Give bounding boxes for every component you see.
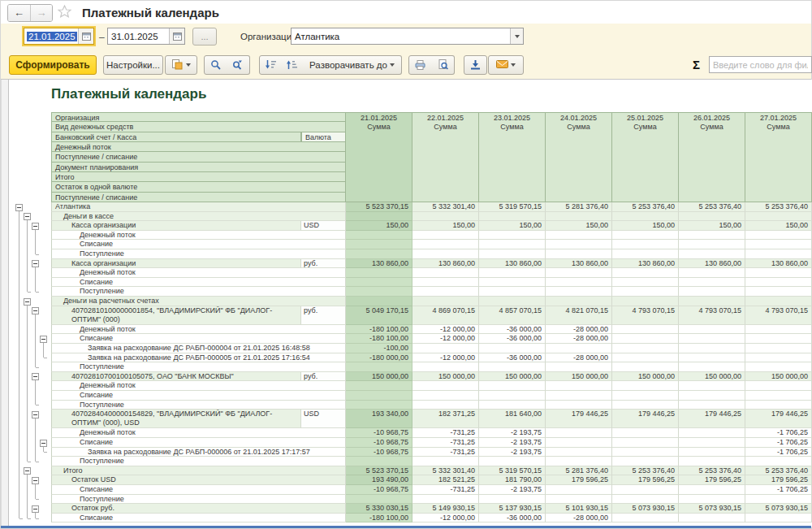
value-cell[interactable] (412, 287, 479, 297)
value-cell[interactable]: -10 968,75 (346, 485, 412, 495)
value-cell[interactable] (745, 287, 812, 297)
row-label[interactable]: Денежный поток (51, 325, 346, 335)
value-cell[interactable]: -1 706,25 (745, 428, 812, 438)
value-cell[interactable] (546, 249, 612, 259)
value-cell[interactable]: 5 253 376,40 (745, 202, 812, 212)
value-cell[interactable] (612, 278, 679, 288)
search-button[interactable] (204, 55, 227, 75)
value-cell[interactable] (479, 278, 546, 288)
value-cell[interactable]: 179 446,25 (546, 410, 612, 428)
value-cell[interactable] (679, 297, 745, 306)
value-cell[interactable]: -12 000,00 (412, 514, 479, 523)
value-cell[interactable]: -731,25 (412, 428, 479, 438)
value-cell[interactable]: 150,00 (546, 221, 612, 231)
value-cell[interactable]: 179 596,25 (546, 475, 612, 485)
value-cell[interactable] (745, 212, 812, 222)
value-cell[interactable]: -28 000,00 (546, 325, 612, 335)
value-cell[interactable]: 130 860,00 (679, 259, 745, 269)
value-cell[interactable] (346, 268, 412, 278)
row-label[interactable]: Списание (51, 514, 346, 523)
value-cell[interactable]: 181 790,00 (479, 475, 546, 485)
row-label[interactable]: Денежный поток (51, 268, 346, 278)
value-cell[interactable]: 130 860,00 (546, 259, 612, 269)
value-cell[interactable] (612, 438, 679, 448)
value-cell[interactable]: -2 193,75 (479, 438, 546, 448)
value-cell[interactable]: 5 281 376,40 (546, 466, 612, 476)
favorite-star-icon[interactable] (58, 5, 71, 18)
value-cell[interactable] (346, 381, 412, 391)
value-cell[interactable] (679, 438, 745, 448)
value-cell[interactable] (546, 212, 612, 222)
tree-expander-minus[interactable] (32, 373, 39, 380)
value-cell[interactable] (479, 457, 546, 466)
value-cell[interactable]: 5 281 376,40 (546, 202, 612, 212)
value-cell[interactable]: 5 253 376,40 (679, 466, 745, 476)
value-cell[interactable]: 4 869 070,15 (412, 306, 479, 325)
value-cell[interactable] (679, 353, 745, 363)
value-cell[interactable]: 181 640,00 (479, 410, 546, 428)
search-next-button[interactable] (227, 55, 250, 75)
print-preview-button[interactable] (431, 55, 455, 75)
row-label[interactable]: Заявка на расходование ДС РАБП-000004 от… (51, 344, 346, 353)
value-cell[interactable]: -12 000,00 (412, 325, 479, 335)
value-cell[interactable]: -180 100,00 (346, 334, 412, 344)
value-cell[interactable] (546, 268, 612, 278)
value-cell[interactable] (546, 278, 612, 288)
sum-sigma-icon[interactable]: Σ (693, 58, 700, 72)
value-cell[interactable] (546, 362, 612, 372)
tree-expander-minus[interactable] (24, 298, 31, 306)
value-cell[interactable]: 4 857 070,15 (479, 306, 546, 325)
value-cell[interactable] (612, 325, 679, 335)
value-cell[interactable] (479, 231, 546, 241)
value-cell[interactable]: 5 253 376,40 (612, 466, 679, 476)
value-cell[interactable]: -36 000,00 (479, 325, 546, 335)
value-cell[interactable] (346, 401, 412, 410)
value-cell[interactable]: -1 706,25 (745, 485, 812, 495)
value-cell[interactable] (679, 381, 745, 391)
value-cell[interactable]: 5 332 301,40 (412, 202, 479, 212)
value-cell[interactable]: 5 149 930,15 (412, 504, 479, 514)
row-label[interactable]: Деньги на расчетных счетах (51, 297, 346, 306)
row-label[interactable]: Поступление (51, 362, 346, 372)
value-cell[interactable]: 150 000,00 (412, 372, 479, 382)
value-cell[interactable] (412, 212, 479, 222)
value-cell[interactable] (346, 391, 412, 401)
value-cell[interactable]: 182 371,25 (412, 410, 479, 428)
row-label[interactable]: Атлантика (51, 202, 346, 212)
value-cell[interactable]: -36 000,00 (479, 334, 546, 344)
value-cell[interactable]: -731,25 (412, 438, 479, 448)
value-cell[interactable]: 150 000,00 (479, 372, 546, 382)
value-cell[interactable]: 150 000,00 (346, 372, 412, 382)
value-cell[interactable]: 5 319 570,15 (479, 466, 546, 476)
value-cell[interactable] (412, 381, 479, 391)
value-cell[interactable]: 150,00 (412, 221, 479, 231)
value-cell[interactable]: -10 968,75 (346, 428, 412, 438)
date-to-input[interactable]: 31.01.2025 (107, 28, 185, 45)
value-cell[interactable] (346, 362, 412, 372)
value-cell[interactable] (745, 231, 812, 241)
row-label[interactable]: Списание (51, 391, 346, 401)
value-cell[interactable] (479, 344, 546, 353)
value-cell[interactable]: 5 253 376,40 (679, 202, 745, 212)
value-cell[interactable]: 4 793 070,15 (745, 306, 812, 325)
value-cell[interactable] (679, 428, 745, 438)
value-cell[interactable]: -12 000,00 (412, 353, 479, 363)
value-cell[interactable] (546, 457, 612, 466)
value-cell[interactable] (546, 391, 612, 401)
row-label[interactable]: 40702840400000154829, "ВЛАДИМИРСКИЙ" ФБ … (51, 410, 301, 428)
value-cell[interactable]: 130 860,00 (346, 259, 412, 269)
value-cell[interactable]: 150 000,00 (679, 372, 745, 382)
value-cell[interactable]: 179 596,25 (612, 475, 679, 485)
chevron-down-icon[interactable] (510, 28, 523, 44)
value-cell[interactable]: -12 000,00 (412, 334, 479, 344)
value-cell[interactable] (546, 495, 612, 505)
value-cell[interactable] (412, 457, 479, 466)
value-cell[interactable] (612, 231, 679, 241)
collapse-groups-button[interactable] (259, 55, 282, 75)
row-label[interactable]: Заявка на расходование ДС РАБП-000006 от… (51, 448, 346, 457)
row-label[interactable]: Списание (51, 240, 346, 249)
row-label[interactable]: Списание (51, 438, 346, 448)
filter-input[interactable] (709, 56, 812, 73)
value-cell[interactable] (745, 278, 812, 288)
calendar-icon[interactable] (78, 28, 93, 44)
